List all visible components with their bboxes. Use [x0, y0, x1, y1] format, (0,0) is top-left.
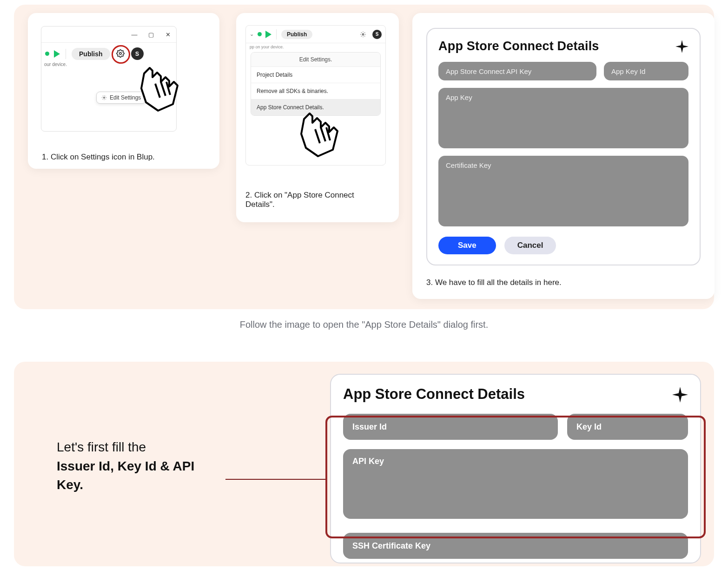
gear-icon — [101, 95, 107, 100]
publish-button[interactable]: Publish — [72, 48, 110, 60]
sparkle-icon — [675, 40, 688, 53]
toolbar: Publish S — [41, 43, 176, 60]
dropdown-item-project-details[interactable]: Project Details — [251, 67, 380, 83]
svg-point-1 — [104, 97, 105, 99]
step-1-panel: — ▢ ✕ Publish — [28, 13, 219, 169]
bottom-strip: Let's first fill the Issuer Id, Key Id &… — [14, 362, 714, 566]
separator — [66, 49, 66, 59]
dropdown-header: Edit Settings. — [251, 53, 380, 67]
dialog-title: App Store Connect Details — [438, 39, 599, 53]
window-close-icon[interactable]: ✕ — [159, 26, 176, 42]
dialog-title: App Store Connect Details — [343, 386, 688, 403]
window-maximize-icon[interactable]: ▢ — [143, 26, 159, 42]
highlight-ring — [112, 45, 130, 64]
window-minimize-icon[interactable]: — — [126, 26, 143, 42]
bottom-lead-text: Let's first fill the Issuer Id, Key Id &… — [57, 438, 224, 495]
user-avatar[interactable]: S — [131, 47, 144, 60]
ssh-certificate-key-field[interactable]: SSH Certificate Key — [343, 533, 688, 559]
app-key-field[interactable]: App Key — [438, 88, 688, 148]
pointer-hand-icon — [290, 105, 346, 161]
sparkle-icon — [672, 387, 688, 403]
separator — [276, 29, 277, 40]
cancel-button[interactable]: Cancel — [504, 237, 556, 254]
app-store-connect-dialog: App Store Connect Details App Store Conn… — [426, 28, 701, 265]
step-2-caption: 2. Click on "App Store Connect Details". — [245, 191, 385, 209]
status-dot-icon — [258, 32, 262, 36]
play-icon[interactable] — [265, 31, 271, 38]
key-id-field[interactable]: Key Id — [567, 414, 688, 440]
step-1-caption: 1. Click on Settings icon in Blup. — [42, 152, 155, 162]
step-3-caption: 3. We have to fill all the details in he… — [426, 278, 562, 287]
play-icon[interactable] — [54, 50, 60, 58]
pointer-hand-icon — [130, 60, 186, 115]
save-button[interactable]: Save — [438, 237, 496, 254]
top-steps-strip: — ▢ ✕ Publish — [14, 5, 714, 309]
certificate-key-field[interactable]: Certificate Key — [438, 156, 688, 226]
publish-button[interactable]: Publish — [281, 30, 312, 39]
api-key-field[interactable]: API Key — [343, 449, 688, 519]
window-titlebar: — ▢ ✕ — [41, 26, 176, 43]
step-2-panel: ⌄ Publish S pp on your device. Edit Sett… — [236, 13, 399, 222]
app-key-id-field[interactable]: App Key Id — [604, 62, 688, 80]
sub-caption: Follow the image to open the "App Store … — [0, 319, 728, 330]
svg-point-5 — [362, 33, 364, 35]
lead-in-text: Let's first fill the — [57, 440, 146, 454]
app-store-connect-dialog-2: App Store Connect Details Issuer Id Key … — [330, 374, 701, 563]
settings-gear-icon[interactable] — [357, 28, 369, 40]
issuer-id-field[interactable]: Issuer Id — [343, 414, 558, 440]
api-key-field[interactable]: App Store Connect API Key — [438, 62, 596, 80]
chevron-down-icon[interactable]: ⌄ — [250, 31, 254, 37]
toolbar: ⌄ Publish S — [246, 26, 385, 43]
dialog-2-wrap: App Store Connect Details Issuer Id Key … — [330, 374, 701, 563]
dropdown-item-remove-sdks[interactable]: Remove all SDKs & binaries. — [251, 83, 380, 99]
connector-line — [225, 479, 325, 480]
step-3-panel: App Store Connect Details App Store Conn… — [412, 13, 715, 299]
lead-bold-text: Issuer Id, Key Id & API Key. — [57, 459, 194, 492]
status-dot-icon — [45, 52, 49, 56]
user-avatar[interactable]: S — [372, 30, 382, 39]
device-hint-text: pp on your device. — [246, 43, 385, 49]
